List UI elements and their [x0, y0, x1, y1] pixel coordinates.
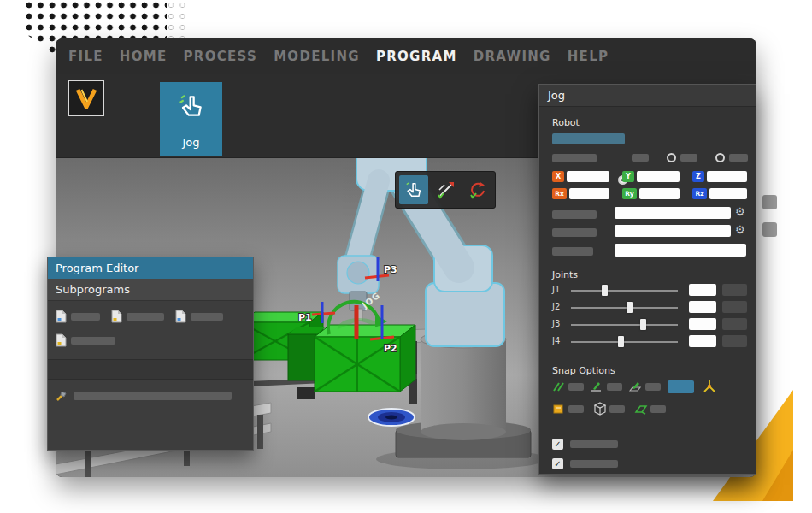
program-file-item[interactable] [56, 333, 115, 347]
menu-item-drawing[interactable]: DRAWING [474, 49, 551, 64]
program-file-icon [56, 333, 67, 347]
redacted-label-bar [71, 337, 115, 345]
menu-item-program[interactable]: PROGRAM [376, 49, 457, 64]
snap-face-icon[interactable] [629, 380, 643, 392]
redacted-label-bar [552, 210, 597, 219]
redacted-label-bar [71, 313, 100, 321]
bounding-box-icon[interactable] [593, 402, 607, 416]
menu-item-modeling[interactable]: MODELING [274, 49, 360, 64]
program-editor-separator [48, 359, 253, 380]
redacted-label-bar [609, 405, 625, 413]
snap-edge-icon[interactable] [591, 380, 604, 392]
linear-jog-icon [436, 180, 455, 199]
jog-panel-title: Jog [548, 89, 565, 102]
jog-rotate-button[interactable] [462, 175, 491, 204]
jog-mode-radio-3[interactable] [715, 153, 725, 162]
menu-item-process[interactable]: PROCESS [184, 49, 258, 64]
redacted-label-bar [568, 383, 584, 391]
jog-panel-header[interactable]: Jog [539, 85, 756, 107]
snap-plane-icon[interactable] [634, 403, 648, 415]
joint-j4-slider[interactable] [571, 341, 678, 343]
snap-freehand-icon[interactable] [552, 380, 566, 392]
jog-mode-radio-2[interactable] [667, 153, 676, 162]
joint-j3-slider[interactable] [571, 324, 678, 326]
menubar: FILE HOME PROCESS MODELING PROGRAM DRAWI… [56, 38, 756, 74]
config-field-2[interactable] [615, 225, 731, 237]
joint-j4-value-field[interactable] [689, 335, 716, 347]
hand-pointer-icon [404, 180, 423, 199]
axis-ry-badge: Ry [622, 188, 637, 199]
joint-j2-slider-handle[interactable] [627, 302, 633, 313]
floating-accent-square [762, 222, 777, 237]
green-bin-front[interactable] [315, 325, 415, 392]
joint-j1-slider[interactable] [571, 290, 678, 292]
menu-item-help[interactable]: HELP [568, 49, 609, 64]
rz-rotation-field[interactable] [709, 188, 747, 199]
joint-j2-unit-box [722, 301, 747, 313]
menu-item-file[interactable]: FILE [68, 49, 103, 64]
marker-p1-label: P1 [298, 312, 312, 323]
ry-rotation-field[interactable] [639, 188, 680, 199]
joint-j3-label: J3 [552, 319, 560, 328]
menu-item-home[interactable]: HOME [120, 49, 168, 64]
joint-j3-slider-handle[interactable] [640, 319, 646, 330]
redacted-label-bar [74, 392, 232, 400]
origin-frame-icon[interactable] [702, 379, 717, 394]
program-file-icon [175, 310, 186, 323]
blue-target[interactable] [368, 409, 415, 426]
gear-icon[interactable]: ⚙ [735, 206, 745, 217]
snap-mode-selected-chip[interactable] [668, 380, 694, 393]
program-file-row [56, 333, 245, 347]
program-file-item[interactable] [175, 310, 223, 323]
joint-j2-value-field[interactable] [689, 301, 716, 313]
y-position-field[interactable] [637, 171, 680, 182]
config-field-wide[interactable] [615, 244, 746, 256]
joint-j1-slider-handle[interactable] [602, 285, 608, 296]
redacted-label-bar [680, 154, 697, 162]
jog-ribbon-button-label: Jog [182, 136, 199, 149]
program-editor-title: Program Editor [56, 262, 138, 274]
joint-j4-label: J4 [552, 336, 560, 345]
option-checkbox-2[interactable]: ✓ [552, 458, 563, 469]
x-position-field[interactable] [567, 171, 609, 182]
program-editor-panel: Program Editor Subprograms [47, 256, 254, 451]
joint-j2-label: J2 [552, 302, 560, 311]
axis-rx-badge: Rx [552, 188, 567, 199]
program-file-item[interactable] [56, 310, 100, 323]
snap-options-label: Snap Options [552, 365, 615, 376]
joint-j4-slider-handle[interactable] [618, 336, 624, 347]
joint-j3-value-field[interactable] [689, 318, 716, 330]
redacted-label-bar [607, 383, 622, 391]
check-icon: ✓ [554, 459, 561, 469]
z-position-field[interactable] [707, 171, 747, 182]
snap-part-icon[interactable] [552, 403, 566, 415]
marker-p3-label: P3 [384, 264, 397, 275]
redacted-label-bar [552, 228, 597, 237]
program-file-item[interactable] [111, 310, 164, 323]
jog-panel: Jog Robot X Y Z Rx Ry Rz ⚙ ⚙ [538, 84, 756, 475]
redacted-label-bar [552, 154, 597, 162]
gear-icon[interactable]: ⚙ [735, 224, 745, 235]
floating-accent-square [762, 195, 777, 209]
tool-icon [56, 390, 68, 402]
jog-hand-icon [178, 92, 205, 120]
program-editor-header[interactable]: Program Editor [48, 257, 253, 279]
joint-j2-slider[interactable] [571, 307, 678, 309]
jog-ribbon-button[interactable]: Jog [160, 82, 222, 156]
program-editor-status-row[interactable] [56, 390, 245, 402]
jog-select-button[interactable] [399, 175, 428, 204]
subprograms-label: Subprograms [56, 283, 130, 296]
app-logo [68, 80, 104, 116]
joint-j1-value-field[interactable] [689, 284, 716, 296]
redacted-label-bar [645, 383, 661, 391]
robot-selector[interactable] [552, 133, 625, 144]
joint-j1-label: J1 [552, 285, 560, 294]
program-file-icon [56, 310, 67, 323]
subprograms-section[interactable]: Subprograms [48, 279, 253, 301]
config-field-1[interactable] [615, 207, 731, 219]
option-checkbox-1[interactable]: ✓ [552, 439, 563, 450]
jog-linear-button[interactable] [431, 175, 460, 204]
program-file-row [56, 310, 245, 323]
joint-j4-unit-box [722, 335, 747, 347]
rx-rotation-field[interactable] [569, 188, 609, 199]
